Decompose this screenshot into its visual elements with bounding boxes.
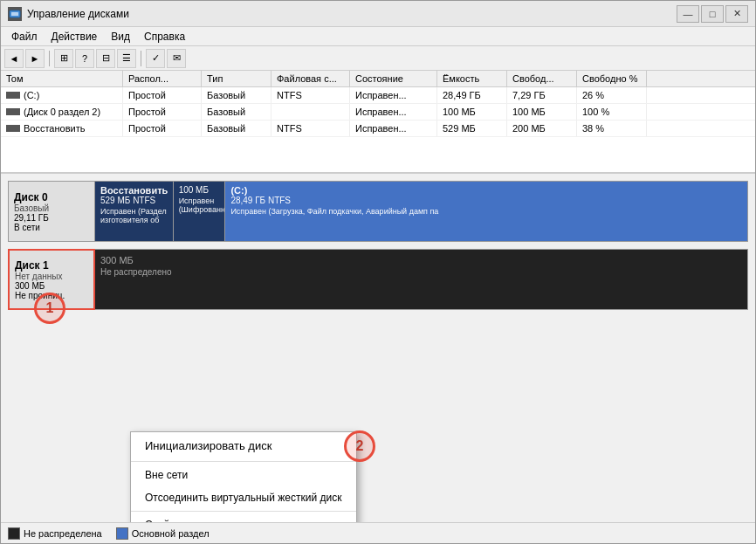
col-capacity: Ёмкость	[437, 71, 507, 86]
table-empty-space	[1, 137, 755, 172]
unallocated-label: Не распределено	[100, 267, 742, 277]
row3-free: 200 МБ	[507, 121, 577, 136]
row1-type: Базовый	[202, 87, 271, 103]
row3-free-pct: 38 %	[577, 121, 647, 136]
row1-name: (C:)	[1, 87, 123, 103]
ctx-offline[interactable]: Вне сети	[131, 464, 356, 486]
col-free: Свобод...	[507, 71, 577, 86]
legend-unallocated: Не распределена	[8, 527, 102, 540]
toolbar: ◄ ► ⊞ ? ⊟ ☰ ✓ ✉	[1, 46, 755, 71]
table-row[interactable]: Восстановить Простой Базовый NTFS Исправ…	[1, 121, 755, 137]
row1-free: 7,29 ГБ	[507, 87, 577, 103]
ctx-detach[interactable]: Отсоединить виртуальный жесткий диск	[131, 486, 356, 509]
partition3-name: (C:)	[230, 185, 742, 196]
maximize-button[interactable]: □	[701, 5, 724, 23]
row2-free-pct: 100 %	[577, 104, 647, 120]
menu-help[interactable]: Справка	[137, 29, 192, 45]
annotation-circle-2: 2	[344, 430, 375, 462]
disk1-size: 300 МБ	[15, 281, 88, 291]
disk0-size: 29,11 ГБ	[14, 213, 89, 223]
row1-capacity: 28,49 ГБ	[437, 87, 507, 103]
disk-icon	[6, 92, 20, 99]
disk0-row: Диск 0 Базовый 29,11 ГБ В сети Восстанов…	[8, 181, 748, 242]
context-menu: Инициализировать диск 2 Вне сети Отсоеди…	[130, 431, 357, 522]
row2-location: Простой	[123, 104, 202, 120]
toolbar-separator-1	[49, 51, 50, 66]
menu-bar: Файл Действие Вид Справка	[1, 27, 755, 46]
disk1-partitions: 300 МБ Не распределено	[95, 249, 748, 310]
ctx-properties[interactable]: Свойства	[131, 513, 356, 522]
ctx-separator-2	[131, 511, 356, 512]
menu-view[interactable]: Вид	[104, 29, 137, 45]
col-tom: Том	[1, 71, 123, 86]
disk1-type-line1: Нет данных	[15, 272, 88, 281]
row2-type: Базовый	[202, 104, 271, 120]
menu-action[interactable]: Действие	[45, 29, 105, 45]
row2-capacity: 100 МБ	[437, 104, 507, 120]
row3-name: Восстановить	[1, 121, 123, 136]
row1-status: Исправен...	[350, 87, 437, 103]
row3-fs: NTFS	[271, 121, 350, 136]
app-icon	[8, 7, 22, 21]
disk0-partition-3[interactable]: (C:) 28,49 ГБ NTFS Исправен (Загрузка, Ф…	[225, 182, 747, 241]
menu-file[interactable]: Файл	[4, 29, 45, 45]
partition1-name: Восстановить	[100, 185, 168, 196]
disk0-type: Базовый	[14, 203, 89, 213]
table-row[interactable]: (Диск 0 раздел 2) Простой Базовый Исправ…	[1, 104, 755, 121]
main-window: Управление дисками — □ ✕ Файл Действие В…	[0, 0, 756, 544]
row3-location: Простой	[123, 121, 202, 136]
window-title: Управление дисками	[27, 8, 677, 20]
window-controls: — □ ✕	[677, 5, 748, 23]
ctx-init-disk[interactable]: Инициализировать диск 2	[131, 432, 356, 459]
table-row[interactable]: (C:) Простой Базовый NTFS Исправен... 28…	[1, 87, 755, 104]
row2-free: 100 МБ	[507, 104, 577, 120]
table-header: Том Распол... Тип Файловая с... Состояни…	[1, 71, 755, 87]
legend-primary-color	[116, 527, 128, 540]
mail-button[interactable]: ✉	[167, 49, 186, 68]
partition2-status: Исправен (Шифрованн	[179, 196, 220, 214]
list-button[interactable]: ☰	[117, 49, 136, 68]
disk1-name: Диск 1	[15, 259, 88, 272]
close-button[interactable]: ✕	[725, 5, 748, 23]
main-content: Том Распол... Тип Файловая с... Состояни…	[1, 71, 755, 522]
row1-fs: NTFS	[271, 87, 350, 103]
back-button[interactable]: ◄	[4, 49, 24, 68]
check-button[interactable]: ✓	[146, 49, 165, 68]
row2-name: (Диск 0 раздел 2)	[1, 104, 123, 120]
grid-button[interactable]: ⊞	[54, 49, 73, 68]
properties-button[interactable]: ⊟	[96, 49, 115, 68]
disk-map-area: Диск 0 Базовый 29,11 ГБ В сети Восстанов…	[1, 174, 755, 522]
col-free-pct: Свободно %	[577, 71, 647, 86]
partition3-size: 28,49 ГБ NTFS	[230, 196, 742, 205]
disk0-status: В сети	[14, 223, 89, 232]
col-location: Распол...	[123, 71, 202, 86]
title-bar: Управление дисками — □ ✕	[1, 1, 755, 27]
col-type: Тип	[202, 71, 271, 86]
help-button[interactable]: ?	[75, 49, 94, 68]
disk1-row: Диск 1 Нет данных 300 МБ Не проиниц. 1 3…	[8, 249, 748, 310]
status-bar: Не распределена Основной раздел	[1, 522, 755, 543]
annotation-circle-1: 1	[34, 293, 65, 324]
svg-rect-1	[11, 12, 18, 16]
legend-unallocated-color	[8, 527, 20, 540]
row3-type: Базовый	[202, 121, 271, 136]
disk1-unallocated[interactable]: 300 МБ Не распределено	[95, 250, 747, 309]
partition1-status: Исправен (Раздел изготовителя об	[100, 207, 168, 224]
legend-primary: Основной раздел	[116, 527, 210, 540]
unallocated-text: 300 МБ	[100, 255, 742, 265]
row1-location: Простой	[123, 87, 202, 103]
row2-fs	[271, 104, 350, 120]
disk0-partitions: Восстановить 529 МБ NTFS Исправен (Разде…	[95, 181, 748, 242]
forward-button[interactable]: ►	[25, 49, 45, 68]
partition3-status: Исправен (Загрузка, Файл подкачки, Авари…	[230, 207, 742, 216]
partition1-size: 529 МБ NTFS	[100, 196, 168, 205]
disk0-partition-2[interactable]: 100 МБ Исправен (Шифрованн	[174, 182, 226, 241]
disk0-partition-1[interactable]: Восстановить 529 МБ NTFS Исправен (Разде…	[95, 182, 174, 241]
partition2-size: 100 МБ	[179, 185, 220, 195]
disk1-label[interactable]: Диск 1 Нет данных 300 МБ Не проиниц. 1	[8, 249, 95, 310]
disk0-label: Диск 0 Базовый 29,11 ГБ В сети	[8, 181, 95, 242]
disk-icon	[6, 108, 20, 115]
row1-free-pct: 26 %	[577, 87, 647, 103]
minimize-button[interactable]: —	[677, 5, 699, 23]
disk-icon	[6, 125, 20, 132]
